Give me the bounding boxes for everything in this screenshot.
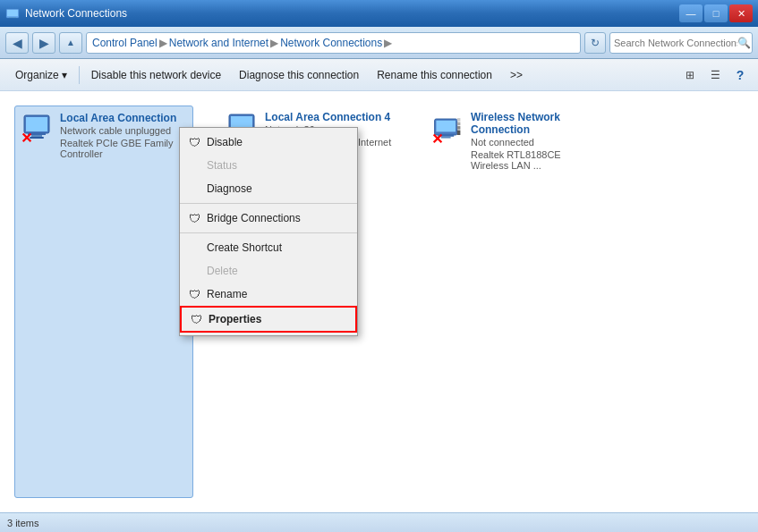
more-button[interactable]: >> (502, 63, 531, 87)
context-menu-diagnose[interactable]: Diagnose (180, 177, 357, 200)
svg-rect-19 (457, 122, 461, 126)
connection-local1-name: Local Area Connection (60, 112, 187, 124)
svg-rect-4 (26, 117, 47, 131)
organize-button[interactable]: Organize ▾ (7, 63, 75, 87)
context-menu-shortcut[interactable]: Create Shortcut (180, 236, 357, 259)
breadcrumb-item-3[interactable]: Network Connections (280, 37, 382, 49)
shield-icon-rename: 🛡 (187, 287, 201, 301)
context-menu-sep-2 (180, 232, 357, 233)
context-menu-delete: Delete (180, 259, 357, 283)
connection-local1-top: ✕ Local Area Connection Network cable un… (21, 112, 187, 159)
context-menu-status-label: Status (207, 159, 237, 172)
forward-button[interactable]: ▶ (32, 32, 55, 54)
title-bar-controls: — □ ✕ (679, 4, 753, 22)
context-menu-diagnose-label: Diagnose (207, 182, 252, 195)
svg-rect-18 (457, 126, 461, 130)
context-menu-status: Status (180, 154, 357, 177)
title-bar-left: Network Connections (5, 6, 127, 21)
context-menu-disable[interactable]: 🛡 Disable (180, 131, 357, 154)
breadcrumb-sep-3: ▶ (384, 37, 392, 49)
error-badge-wireless: ✕ (431, 132, 444, 145)
more-label: >> (510, 69, 523, 81)
window-icon (5, 6, 20, 21)
content-area: ✕ Local Area Connection Network cable un… (0, 91, 758, 512)
shield-icon-disable: 🛡 (187, 135, 201, 149)
connection-wireless-adapter: Realtek RTL8188CE Wireless LAN ... (471, 149, 600, 171)
connection-local1-adapter: Realtek PCIe GBE Family Controller (60, 138, 187, 159)
breadcrumb-item-1[interactable]: Control Panel (92, 37, 158, 49)
context-menu-properties-label: Properties (209, 313, 261, 325)
svg-rect-20 (457, 118, 461, 122)
refresh-button[interactable]: ↻ (584, 32, 606, 54)
status-bar: 3 items (0, 512, 758, 532)
svg-rect-1 (7, 10, 18, 16)
back-button[interactable]: ◀ (5, 32, 29, 54)
context-menu-sep-1 (180, 203, 357, 204)
breadcrumb-sep-2: ▶ (270, 37, 278, 49)
context-menu-rename-label: Rename (207, 288, 247, 300)
svg-rect-14 (436, 121, 456, 132)
shield-icon-bridge: 🛡 (187, 211, 201, 225)
close-button[interactable]: ✕ (729, 4, 753, 22)
breadcrumb-item-2[interactable]: Network and Internet (169, 37, 268, 49)
organize-chevron-icon: ▾ (62, 69, 67, 81)
window-title: Network Connections (25, 7, 127, 20)
organize-label: Organize (15, 69, 59, 81)
connection-wireless-top: ✕ Wireless Network Connection Not connec… (431, 111, 600, 171)
toolbar-right: ⊞ ☰ ? (679, 64, 751, 86)
context-menu-rename[interactable]: 🛡 Rename (180, 283, 357, 306)
connection-wireless-name: Wireless Network Connection (471, 111, 600, 136)
maximize-button[interactable]: □ (704, 4, 728, 22)
search-box: 🔍 (609, 32, 753, 54)
context-menu-bridge-label: Bridge Connections (207, 212, 301, 224)
context-menu-delete-label: Delete (207, 265, 238, 277)
up-button[interactable]: ▲ (59, 32, 82, 54)
rename-label: Rename this connection (377, 69, 492, 81)
connection-local1-icon-wrap: ✕ (21, 112, 53, 144)
context-menu-properties[interactable]: 🛡 Properties (180, 306, 357, 333)
connections-list: ✕ Local Area Connection Network cable un… (0, 91, 758, 512)
connection-local1[interactable]: ✕ Local Area Connection Network cable un… (14, 106, 193, 498)
search-icon: 🔍 (737, 37, 751, 49)
search-input[interactable] (614, 38, 737, 48)
minimize-button[interactable]: — (679, 4, 703, 22)
context-menu-disable-label: Disable (207, 136, 243, 148)
title-bar: Network Connections — □ ✕ (0, 0, 758, 27)
connection-wireless-status: Not connected (471, 137, 600, 148)
status-item-count: 3 items (7, 518, 38, 528)
svg-rect-17 (457, 131, 461, 135)
diagnose-connection-button[interactable]: Diagnose this connection (231, 63, 367, 87)
disable-label: Disable this network device (91, 69, 221, 81)
address-bar: ◀ ▶ ▲ Control Panel ▶ Network and Intern… (0, 27, 758, 59)
help-button[interactable]: ? (729, 64, 751, 86)
context-menu-shortcut-label: Create Shortcut (207, 241, 282, 254)
connection-wireless-info: Wireless Network Connection Not connecte… (471, 111, 600, 171)
breadcrumb-sep-1: ▶ (159, 37, 167, 49)
connection-local4-name: Local Area Connection 4 (265, 111, 394, 123)
view-options-button[interactable]: ⊞ (679, 64, 701, 86)
connection-local1-status: Network cable unplugged (60, 125, 187, 136)
disable-network-button[interactable]: Disable this network device (83, 63, 229, 87)
connection-local1-info: Local Area Connection Network cable unpl… (60, 112, 187, 159)
error-badge-local1: ✕ (21, 131, 33, 144)
toolbar: Organize ▾ Disable this network device D… (0, 59, 758, 91)
toolbar-sep-1 (79, 66, 80, 84)
view-details-button[interactable]: ☰ (704, 64, 726, 86)
context-menu: 🛡 Disable Status Diagnose 🛡 Bridge Conne… (179, 127, 358, 336)
connection-wireless[interactable]: ✕ Wireless Network Connection Not connec… (426, 106, 605, 498)
connection-wireless-icon-wrap: ✕ (431, 111, 464, 143)
breadcrumb: Control Panel ▶ Network and Internet ▶ N… (86, 32, 581, 54)
shield-icon-properties: 🛡 (189, 312, 203, 326)
rename-connection-button[interactable]: Rename this connection (369, 63, 500, 87)
context-menu-bridge[interactable]: 🛡 Bridge Connections (180, 207, 357, 230)
svg-rect-2 (9, 17, 16, 18)
diagnose-label: Diagnose this connection (239, 69, 359, 81)
